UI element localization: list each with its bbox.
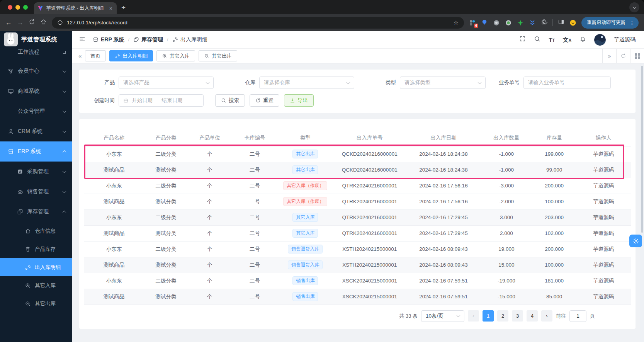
type-cell: 其它入库（作废） [278,194,333,209]
extension-green-dot-icon[interactable] [505,19,512,26]
type-select[interactable]: 请选择类型 [400,77,486,89]
tab-search-button[interactable] [629,2,639,12]
extension-balloon-icon[interactable] [481,19,488,26]
sidebar-item-mall-system[interactable]: 商城系统 [0,81,72,101]
page-button-2[interactable]: 2 [497,310,508,322]
bookmark-star-icon[interactable]: ☆ [454,19,459,26]
table-row[interactable]: 小东东二级分类个二号其它出库QCKD202402160000012024-02-… [84,146,631,162]
export-button[interactable]: 导出 [284,94,314,107]
search-button[interactable]: 搜索 [215,94,245,107]
side-panel-icon[interactable] [558,19,564,27]
new-tab-button[interactable]: + [121,3,126,12]
chevron-down-icon [347,80,350,84]
table-row[interactable]: 小东东二级分类个二号销售退货入库XSTH202402150000012024-0… [84,241,631,257]
extensions-puzzle-icon[interactable] [541,19,547,27]
sidebar-item-warehouse-info[interactable]: 仓库信息 [0,222,72,240]
sidebar-item-purchase-management[interactable]: 采购管理 [0,162,72,182]
table-body: 小东东二级分类个二号其它出库QCKD202402160000012024-02-… [84,146,631,305]
tab-other-stock-out[interactable]: 其它出库 [199,50,237,61]
table-cell: 二号 [231,289,278,305]
table-row[interactable]: 测试商品测试分类个二号销售出库XSCK202402150000012024-02… [84,289,631,305]
language-icon[interactable]: 文A [563,37,571,43]
extension-adblock-icon[interactable]: 6 [469,19,476,26]
window-maximize-button[interactable] [23,5,28,10]
biz-no-input[interactable]: 请输入业务单号 [523,77,611,89]
app-logo-row[interactable]: 芋道管理系统 [0,31,72,48]
username-label: 芋道源码 [614,36,636,43]
sidebar-item-sales-management[interactable]: 销售管理 [0,182,72,202]
window-close-button[interactable] [8,5,12,10]
sidebar-item-crm-system[interactable]: CRM 系统 [0,121,72,141]
tabs-scroll-left-icon[interactable]: « [75,53,85,59]
sidebar-item-stock-record[interactable]: 出入库明细 [0,258,72,276]
next-page-button[interactable]: › [541,310,552,322]
extension-double-chevron-icon[interactable] [529,19,536,26]
window-minimize-button[interactable] [15,5,20,10]
site-favicon-icon [37,5,43,11]
page-size-select[interactable]: 10条/页 [421,310,464,322]
sidebar-item-workflow[interactable]: 工作流程 [0,48,72,61]
menu-fold-icon[interactable] [79,36,86,44]
browser-tab[interactable]: 芋道管理系统 - 出入库明细 × [34,2,117,14]
tabs-scroll-right-icon[interactable]: » [602,49,616,63]
purchase-icon [17,168,23,175]
create-time-range-input[interactable]: 开始日期 – 结束日期 [119,94,204,107]
goto-page-input[interactable]: 1 [569,310,586,322]
layout-grid-icon[interactable] [630,49,644,63]
table-row[interactable]: 小东东二级分类个二号其它入库（作废）QTRK202402160000012024… [84,178,631,194]
extension-green-star-icon[interactable] [517,19,524,26]
table-cell: 二号 [231,209,278,225]
scrollbar-thumb[interactable] [641,66,643,233]
search-icon[interactable] [534,36,540,44]
page-button-3[interactable]: 3 [512,310,523,322]
page-button-4[interactable]: 4 [527,310,538,322]
sidebar-item-label: 其它出库 [35,300,56,307]
page-button-1[interactable]: 1 [483,310,494,322]
app-title: 芋道管理系统 [21,36,57,43]
address-bar[interactable]: 127.0.0.1/erp/stock/record ☆ [52,17,464,29]
profile-emoji-avatar[interactable] [569,19,576,26]
reload-button[interactable] [29,19,35,27]
sidebar-item-erp-system[interactable]: ERP 系统 [0,141,72,162]
browser-menu-kebab-icon[interactable]: ⋮ [628,20,636,26]
table-row[interactable]: 小东东二级分类个二号其它入库QTRK202402160000012024-02-… [84,209,631,225]
back-button[interactable]: ← [5,19,12,26]
sidebar-item-member-center[interactable]: 会员中心 [0,61,72,81]
settings-fab-button[interactable] [629,235,642,247]
breadcrumb-item[interactable]: ERP 系统 [93,36,124,43]
reset-button[interactable]: 重置 [250,94,279,107]
table-row[interactable]: 测试商品测试分类个二号其它出库QCKD202402160000012024-02… [84,162,631,178]
product-select[interactable]: 请选择产品 [119,77,214,89]
table-cell: 2024-02-16 17:29:45 [406,225,480,241]
table-row[interactable]: 小东东二级分类个二号销售出库XSCK202402150000012024-02-… [84,273,631,289]
table-row[interactable]: 测试商品测试分类个二号销售退货入库XSTH202402150000012024-… [84,257,631,273]
refresh-page-icon[interactable] [616,49,630,63]
font-size-icon[interactable]: TT [549,37,554,43]
table-cell: 二号 [231,146,278,162]
forward-button[interactable]: → [17,19,24,26]
breadcrumb-item[interactable]: 库存管理 [133,36,163,43]
browser-home-button[interactable] [40,19,47,27]
page-scrollbar[interactable] [640,63,644,342]
sidebar-item-other-stock-in[interactable]: 其它入库 [0,276,72,294]
prev-page-button[interactable]: ‹ [468,310,479,322]
browser-update-button[interactable]: 重新启动即可更新 ⋮ [581,17,639,29]
sidebar-item-stock-management[interactable]: 库存管理 [0,202,72,222]
tab-stock-record[interactable]: 出入库明细 [109,50,153,61]
page-number-list: 1234 [483,310,538,322]
table-row[interactable]: 测试商品测试分类个二号其它入库QTRK202402160000012024-02… [84,225,631,241]
tab-close-icon[interactable]: × [109,5,113,12]
tab-home[interactable]: 首页 [85,50,106,61]
table-row[interactable]: 测试商品测试分类个二号其它入库（作废）QTRK20240216000001202… [84,194,631,209]
notification-bell-icon[interactable] [579,36,586,44]
sidebar-item-other-stock-out[interactable]: 其它出库 [0,294,72,313]
warehouse-select[interactable]: 请选择仓库 [259,77,354,89]
tab-other-stock-in[interactable]: 其它入库 [156,50,195,61]
extension-gray-circle-icon[interactable] [493,19,500,26]
user-avatar[interactable] [594,34,606,46]
fullscreen-icon[interactable] [519,36,526,44]
site-info-icon[interactable] [57,20,63,26]
sidebar-item-official-account[interactable]: 公众号管理 [0,101,72,121]
sidebar-item-product-stock[interactable]: 产品库存 [0,240,72,258]
breadcrumb-item[interactable]: 出入库明细 [172,36,207,43]
